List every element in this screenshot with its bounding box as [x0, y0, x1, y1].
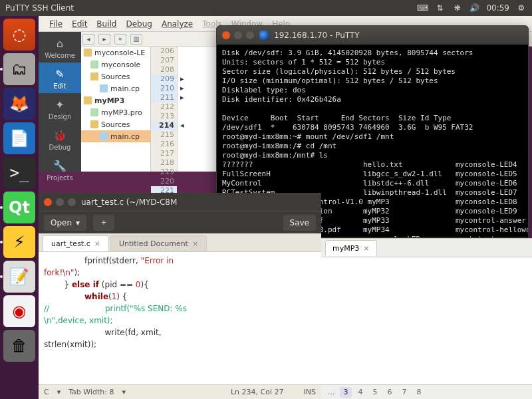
pager-page[interactable]: 3 — [340, 387, 352, 398]
mode-debug[interactable]: 🐞Debug — [39, 124, 81, 154]
tree-item[interactable]: Sources — [81, 70, 150, 82]
unity-launcher: ◌ 🗂 🦊 📄 >_ Qt ⚡ 📝 ◉ 🗑 — [0, 16, 39, 399]
launcher-trash[interactable]: 🗑 — [3, 330, 35, 362]
menu-debug[interactable]: Debug — [126, 19, 152, 29]
bluetooth-icon[interactable]: ❋ — [452, 3, 462, 13]
pager-page[interactable]: 5 — [369, 387, 381, 398]
tabwidth-selector[interactable]: Tab Width: 8 — [68, 388, 114, 396]
window-min-button[interactable] — [234, 31, 242, 39]
mode-design-label: Design — [49, 113, 72, 120]
putty-title-text: 192.168.1.70 - PuTTY — [274, 31, 360, 40]
window-max-button[interactable] — [68, 198, 76, 206]
close-icon[interactable]: × — [94, 239, 100, 248]
tree-item[interactable]: main.cp — [81, 82, 150, 94]
chevron-down-icon[interactable]: ▾ — [122, 388, 126, 396]
network-icon[interactable]: ⇅ — [434, 3, 445, 13]
right-tabstrip: myMP3× — [321, 238, 532, 257]
launcher-evince[interactable]: ◉ — [3, 295, 35, 327]
focused-app-title: PuTTY SSH Client — [5, 3, 74, 13]
launcher-files[interactable]: 🗂 — [3, 53, 35, 85]
menu-edit[interactable]: Edit — [72, 19, 87, 29]
gedit-headerbar: Open▾ ＋ Save — [39, 211, 321, 233]
close-icon[interactable]: × — [192, 239, 198, 248]
launcher-dash[interactable]: ◌ — [3, 19, 35, 51]
mode-projects-label: Projects — [47, 174, 72, 182]
launcher-putty[interactable]: ⚡ — [3, 226, 35, 258]
project-tree[interactable]: myconsole-LE myconsole Sources main.cp m… — [81, 47, 151, 172]
gedit-tabstrip: uart_test.c× Untitled Document× — [39, 233, 321, 252]
tree-item[interactable]: myMP3.pro — [81, 106, 150, 118]
gedit-statusbar: C▾ Tab Width: 8▾ Ln 234, Col 27 INS — [39, 384, 321, 399]
launcher-firefox[interactable]: 🦊 — [3, 88, 35, 120]
gedit-titlebar[interactable]: uart_test.c (~/MYD-C8M — [39, 194, 321, 211]
mode-welcome[interactable]: ⌂Welcome — [39, 32, 81, 63]
clock[interactable]: 00:59 — [486, 3, 509, 13]
chevron-down-icon[interactable]: ▾ — [57, 388, 61, 396]
insert-mode[interactable]: INS — [304, 388, 316, 396]
split-button[interactable]: ▥ — [130, 34, 142, 45]
lang-selector[interactable]: C — [44, 388, 49, 396]
gedit-title-text: uart_test.c (~/MYD-C8M — [81, 198, 177, 207]
volume-icon[interactable]: 🔊 — [469, 3, 479, 13]
menu-file[interactable]: File — [49, 19, 63, 29]
pager-page[interactable]: 4 — [354, 387, 366, 398]
tree-item[interactable]: myconsole — [81, 59, 150, 70]
tab-untitled[interactable]: Untitled Document× — [110, 235, 207, 251]
launcher-terminal[interactable]: >_ — [3, 157, 35, 189]
menu-build[interactable]: Build — [96, 19, 116, 29]
new-doc-button[interactable]: ＋ — [93, 215, 114, 231]
window-close-button[interactable] — [44, 198, 52, 206]
pager-page[interactable]: 6 — [384, 387, 396, 398]
right-pane[interactable] — [321, 257, 532, 384]
launcher-writer[interactable]: 📄 — [3, 122, 35, 154]
system-gear-icon[interactable]: ⚙ — [516, 3, 527, 13]
editor-gutter: 206207208 209210211 212213 214 215216217… — [151, 47, 178, 172]
window-min-button[interactable] — [56, 198, 64, 206]
tree-item[interactable]: myconsole-LE — [81, 47, 150, 59]
mode-projects[interactable]: 🔧Projects — [39, 154, 81, 185]
mode-design[interactable]: ✦Design — [39, 93, 81, 124]
window-close-button[interactable] — [222, 31, 230, 39]
mode-debug-label: Debug — [49, 144, 71, 151]
gedit-editor[interactable]: fprintf(stderr, "Error in fork!\n"); } e… — [39, 252, 321, 384]
issues-pager: ... 3 4 5 6 7 8 — [321, 384, 532, 399]
system-menubar: PuTTY SSH Client ⌨ ⇅ ❋ 🔊 00:59 ⚙ — [0, 0, 532, 16]
putty-icon — [259, 31, 269, 40]
mode-welcome-label: Welcome — [45, 52, 75, 59]
tree-item[interactable]: Sources — [81, 118, 150, 130]
tab-mymp3[interactable]: myMP3× — [325, 240, 377, 256]
tab-uart[interactable]: uart_test.c× — [43, 235, 109, 251]
nav-back-button[interactable]: ◂ — [82, 34, 94, 45]
putty-titlebar[interactable]: 192.168.1.70 - PuTTY — [217, 26, 528, 45]
qtcreator-modebar: ⌂Welcome ✎Edit ✦Design 🐞Debug 🔧Projects — [39, 32, 81, 172]
mode-edit[interactable]: ✎Edit — [39, 63, 81, 93]
tree-item-selected[interactable]: main.cp — [81, 130, 150, 142]
close-icon[interactable]: × — [363, 244, 369, 253]
locator-button[interactable]: ⌖ — [114, 34, 126, 45]
pager-page[interactable]: 8 — [413, 387, 425, 398]
nav-fwd-button[interactable]: ▸ — [98, 34, 110, 45]
editor-sliver[interactable]: ▸▸▸ ◂ — [178, 47, 217, 172]
chevron-down-icon: ▾ — [76, 218, 80, 227]
menu-analyze[interactable]: Analyze — [162, 19, 193, 29]
window-max-button[interactable] — [246, 31, 254, 39]
open-button[interactable]: Open▾ — [44, 215, 86, 231]
save-button[interactable]: Save — [283, 215, 316, 231]
pager-prev[interactable]: ... — [325, 387, 337, 398]
pager-page[interactable]: 7 — [398, 387, 410, 398]
tree-item[interactable]: myMP3 — [81, 94, 150, 106]
cursor-position: Ln 234, Col 27 — [231, 388, 284, 396]
launcher-gedit[interactable]: 📝 — [3, 261, 35, 293]
mode-edit-label: Edit — [53, 82, 66, 90]
launcher-qtcreator[interactable]: Qt — [3, 192, 35, 223]
keyboard-indicator-icon[interactable]: ⌨ — [417, 3, 428, 13]
gedit-window[interactable]: uart_test.c (~/MYD-C8M Open▾ ＋ Save uart… — [39, 193, 321, 399]
